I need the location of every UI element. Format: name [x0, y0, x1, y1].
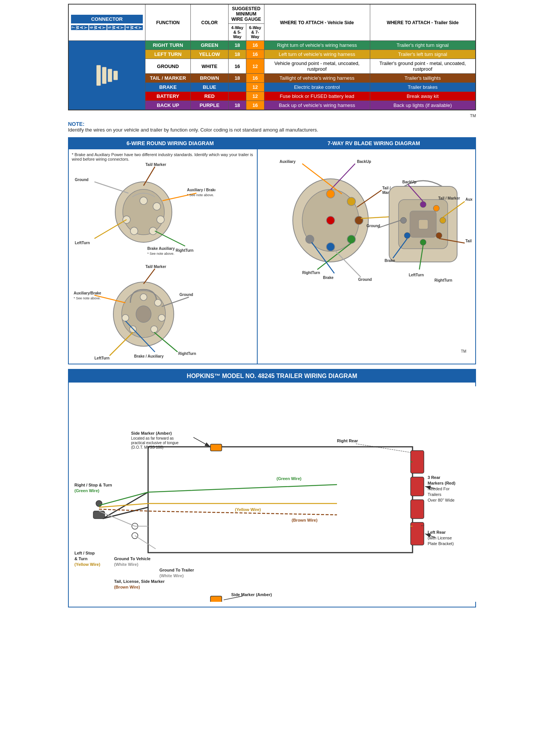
vehicle-cell: Electric brake control: [264, 83, 370, 92]
tm-mark: TM: [68, 113, 476, 118]
table-row: RIGHT TURNGREEN1816Right turn of vehicle…: [68, 41, 476, 50]
svg-point-32: [355, 216, 363, 225]
svg-rect-75: [210, 444, 222, 451]
svg-point-1: [123, 189, 164, 235]
svg-point-35: [306, 235, 314, 243]
bottom-connector-6wire: Tail/ Marker Auxiliary/Brake * See note …: [74, 265, 196, 359]
diagrams-section: 6-WIRE ROUND WIRING DIAGRAM 7-WAY RV BLA…: [68, 137, 476, 364]
right-green-wire-label: (Green Wire): [74, 488, 99, 493]
ground-label-bot: Ground: [179, 293, 193, 297]
function-cell: TAIL / MARKER: [145, 74, 191, 83]
rightturn-label-right: RightTurn: [434, 278, 452, 282]
six-wire-header: 6-WIRE ROUND WIRING DIAGRAM: [69, 138, 272, 149]
gauge4-cell: 16: [229, 59, 246, 74]
vehicle-cell: Left turn of vehicle's wiring harness: [264, 50, 370, 59]
gauge6-cell: 12: [246, 83, 264, 92]
left-rear-note2: Plate Bracket): [428, 541, 454, 546]
rear-markers-label3: Needed For: [428, 486, 450, 491]
header-4way: 4-Way & 5-Way: [229, 24, 246, 41]
brake-label-right: Brake: [385, 259, 395, 263]
six-wire-note: * Brake and Auxiliary Power have two dif…: [72, 152, 254, 161]
green-wire-mid: (Green Wire): [277, 476, 301, 481]
right-7way-connector: BackUp Tail / Marker Auxiliary Tail / Ma…: [366, 180, 472, 282]
rightturn-label-top: RightTurn: [176, 248, 193, 253]
svg-point-36: [326, 216, 335, 225]
svg-line-22: [144, 269, 155, 284]
vehicle-cell: Taillight of vehicle's wiring harness: [264, 74, 370, 83]
yellow-wire-label: (Yellow Wire): [235, 507, 261, 512]
svg-point-66: [96, 500, 102, 507]
gauge6-cell: 12: [246, 59, 264, 74]
vehicle-cell: Back up of vehicle's wiring harness: [264, 101, 370, 110]
ground-trailer-wire: (White Wire): [159, 573, 184, 578]
auxiliary-label-left: Auxiliary: [280, 160, 296, 164]
svg-point-16: [140, 294, 147, 301]
function-cell: RIGHT TURN: [145, 41, 191, 50]
wiring-table: CONNECTOR 7WAY 6WAY 5WAY 4WAY FUNCTION C…: [68, 4, 476, 110]
hopkins-content: Right / Stop & Turn (Green Wire) Side Ma…: [69, 383, 475, 607]
gauge4-cell: [229, 92, 246, 101]
svg-point-48: [420, 201, 426, 208]
left-rear-note: (with License: [428, 536, 452, 540]
left-stop-label: Left / Stop: [74, 551, 95, 555]
side-marker-note3: (D.O.T. MVSS 108): [131, 445, 164, 449]
six-wire-panel: * Brake and Auxiliary Power have two dif…: [69, 149, 258, 364]
svg-point-54: [400, 217, 406, 223]
function-cell: BRAKE: [145, 83, 191, 92]
svg-point-52: [420, 239, 426, 245]
aux-brake-label-top: Auxiliary / Brake: [187, 188, 215, 192]
brake-aux-note: * See note above.: [147, 252, 175, 256]
trailer-cell: Trailer's ground point - metal, uncoated…: [370, 59, 476, 74]
gauge6-cell: 12: [246, 92, 264, 101]
svg-point-33: [347, 235, 355, 243]
ground-label-top: Ground: [75, 178, 88, 182]
function-cell: LEFT TURN: [145, 50, 191, 59]
color-cell: GREEN: [191, 41, 229, 50]
left-arrow-icon: ←: [420, 522, 425, 528]
trailer-cell: Trailer's left turn signal: [370, 50, 476, 59]
function-cell: BATTERY: [145, 92, 191, 101]
leftturn-label-top: LeftTurn: [75, 241, 90, 245]
leftturn-label-right: LeftTurn: [409, 273, 424, 277]
header-connector: CONNECTOR 7WAY 6WAY 5WAY 4WAY: [68, 4, 145, 41]
svg-point-49: [433, 205, 439, 211]
gauge4-cell: [229, 83, 246, 92]
note-text: Identify the wires on your vehicle and t…: [68, 127, 318, 133]
tail-license-label: Tail, License, Side Marker: [114, 579, 165, 584]
svg-point-6: [130, 227, 138, 235]
backup-label-right: BackUp: [402, 180, 416, 184]
side-marker-bottom: Side Marker (Amber): [231, 592, 272, 597]
tm-diagrams: TM: [461, 349, 466, 353]
svg-point-17: [155, 299, 161, 306]
tail-brown-wire: (Brown Wire): [114, 585, 140, 589]
gauge6-cell: 16: [246, 101, 264, 110]
right-stop-label: Right / Stop & Turn: [74, 483, 112, 487]
function-cell: GROUND: [145, 59, 191, 74]
rightturn-label-left: RightTurn: [302, 271, 320, 275]
svg-point-30: [326, 190, 335, 198]
hopkins-section: HOPKINS™ MODEL NO. 48245 TRAILER WIRING …: [68, 369, 476, 607]
svg-rect-71: [411, 500, 424, 519]
gauge4-cell: 18: [229, 101, 246, 110]
aux-note-bot: * See note above.: [74, 296, 101, 300]
gauge4-cell: 18: [229, 50, 246, 59]
seven-way-svg: BackUp Auxiliary Tail / Marker LeftTurn …: [261, 152, 472, 356]
tail-marker-label-left: Tail /: [382, 186, 391, 190]
svg-line-9: [94, 182, 128, 193]
color-cell: PURPLE: [191, 101, 229, 110]
header-color: COLOR: [191, 4, 229, 41]
header-vehicle: WHERE TO ATTACH - Vehicle Side: [264, 4, 370, 41]
svg-rect-65: [93, 511, 105, 519]
tail-marker-label-right2: Tail / Marker: [465, 239, 472, 243]
top-connector-6wire: Tail/ Marker Ground Auxiliary / Brake * …: [75, 163, 215, 256]
note-section: NOTE: Identify the wires on your vehicle…: [68, 121, 476, 133]
brake-label-left: Brake: [323, 276, 334, 280]
aux-brake-label-bot: Auxiliary/Brake: [74, 291, 101, 295]
svg-point-18: [158, 314, 165, 321]
left-rear-label: Left Rear: [428, 530, 446, 534]
side-marker-note1: Located as far forward as: [131, 436, 174, 440]
trailer-cell: Back up lights (if available): [370, 101, 476, 110]
rear-markers-label2: Markers (Red): [428, 481, 456, 485]
rear-markers-label5: Over 80" Wide: [428, 498, 454, 502]
gauge4-cell: 18: [229, 41, 246, 50]
